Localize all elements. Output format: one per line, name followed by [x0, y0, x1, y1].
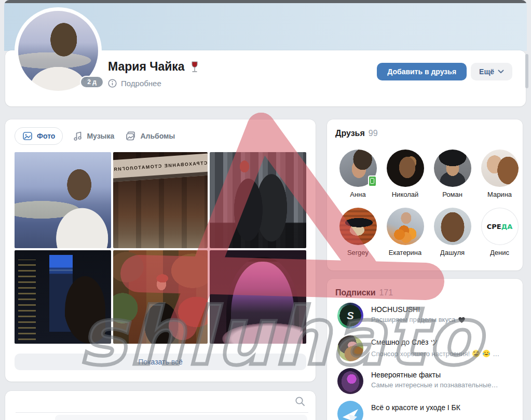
community-subtitle-text: Спонсор хорошего настроения!	[371, 350, 470, 358]
add-friend-button[interactable]: Добавить в друзья	[377, 63, 467, 80]
photo-woman-figure	[140, 273, 183, 344]
content-tabs: Фото Музыка Альбомы	[15, 127, 176, 145]
friend-avatar	[481, 150, 519, 187]
friend-sergey[interactable]: Sergey	[334, 208, 382, 256]
subscription-text: Невероятные факты Самые интересные и поз…	[371, 368, 498, 389]
albums-icon	[126, 131, 136, 141]
online-mobile-icon	[368, 175, 377, 187]
more-button[interactable]: Ещё	[471, 63, 512, 80]
photo-city-windows	[18, 260, 35, 340]
photo-sign-strip: СТРАХОВАНИЕ СТОМАТОЛОГИЯ	[113, 153, 208, 182]
community-title: Смешно до Слёз ツ	[371, 338, 499, 347]
tab-music[interactable]: Музыка	[72, 128, 115, 144]
community-subtitle: Спонсор хорошего настроения!	[371, 349, 499, 358]
friend-avatar	[339, 208, 377, 245]
page-title: Мария Чайка	[108, 60, 200, 74]
photo-lake-sunset[interactable]	[15, 152, 111, 248]
more-label: Ещё	[479, 67, 494, 76]
friend-anna[interactable]: Анна	[334, 150, 382, 198]
profile-header-card: 2 д Мария Чайка Подробнее	[5, 50, 526, 106]
chevron-down-icon	[498, 70, 504, 74]
wall-search-input[interactable]	[16, 394, 288, 410]
subscription-neveroyatnye-fakty[interactable]: Невероятные факты Самые интересные и поз…	[337, 368, 516, 394]
friend-dashulya[interactable]: Дашуля	[429, 208, 476, 256]
photo-colorful-room[interactable]	[113, 250, 208, 344]
friend-denis[interactable]: СРЕДА Денис	[476, 208, 523, 256]
info-icon	[108, 79, 117, 88]
friends-header[interactable]: Друзья99	[335, 129, 378, 138]
tab-albums-label: Альбомы	[140, 132, 175, 140]
tab-albums[interactable]: Альбомы	[125, 128, 176, 144]
subscriptions-header[interactable]: Подписки171	[335, 288, 393, 297]
friend-nikolay[interactable]: Николай	[382, 150, 429, 198]
community-title: HOCHUSUSHI	[371, 305, 466, 314]
wall-search-row	[5, 391, 316, 412]
community-logo-letter: S	[347, 310, 353, 321]
friend-avatar	[434, 208, 471, 245]
friend-ekaterina[interactable]: Екатерина	[382, 208, 429, 256]
header-actions: Добавить в друзья Ещё	[377, 63, 512, 80]
friend-name: Sergey	[347, 249, 369, 256]
music-icon	[73, 131, 83, 141]
friend-marina[interactable]: Марина	[476, 150, 523, 198]
subtitle-ellipsis: …	[493, 350, 499, 358]
friends-card: Друзья99 Анна Николай Роман Марина	[327, 119, 523, 270]
subscription-text: HOCHUSUSHI Расширяем пределы вкуса	[371, 303, 466, 323]
wall-next-row	[55, 415, 307, 420]
laughing-emoji	[472, 349, 480, 358]
community-avatar	[337, 368, 363, 394]
details-label: Подробнее	[121, 79, 161, 88]
photo-grid: СТРАХОВАНИЕ СТОМАТОЛОГИЯ	[15, 152, 306, 344]
friend-name: Марина	[487, 191, 512, 198]
scrollbar-thumb[interactable]	[525, 54, 528, 88]
show-all-button[interactable]: Показать всё	[15, 354, 306, 370]
profile-name: Мария Чайка	[108, 60, 185, 74]
friend-name: Дашуля	[440, 249, 465, 256]
photo-night-city[interactable]	[15, 250, 111, 344]
friend-name: Екатерина	[389, 249, 422, 256]
friend-roman[interactable]: Роман	[429, 150, 476, 198]
friends-count: 99	[369, 129, 378, 138]
black-heart-emoji	[458, 316, 466, 323]
photos-card: Фото Музыка Альбомы	[5, 119, 316, 382]
friend-name: Николай	[392, 191, 419, 198]
community-title: Всё о красоте и уходе I БК	[371, 403, 460, 412]
tab-photos-label: Фото	[37, 132, 55, 140]
photo-sign-text: СТРАХОВАНИЕ СТОМАТОЛОГИЯ	[113, 160, 208, 172]
wall-divider	[16, 412, 308, 413]
subscription-text: Всё о красоте и уходе I БК	[371, 401, 460, 414]
profile-details-link[interactable]: Подробнее	[108, 79, 200, 88]
friends-title: Друзья	[335, 129, 365, 138]
friend-avatar	[434, 150, 471, 187]
subscriptions-list: S HOCHUSUSHI Расширяем пределы вкуса Сме…	[337, 303, 516, 420]
photo-night-building[interactable]: СТРАХОВАНИЕ СТОМАТОЛОГИЯ	[113, 152, 208, 248]
community-subtitle: Расширяем пределы вкуса	[371, 316, 466, 323]
story-badge[interactable]: 2 д	[80, 76, 104, 88]
community-subtitle-text: Самые интересные и познавательные…	[371, 381, 498, 389]
subscriptions-title: Подписки	[335, 288, 375, 297]
subscription-smeshno-do-slez[interactable]: Смешно до Слёз ツ Спонсор хорошего настро…	[337, 335, 516, 361]
tab-music-label: Музыка	[87, 132, 114, 140]
community-subtitle: Самые интересные и познавательные…	[371, 381, 498, 389]
subscription-hochusushi[interactable]: S HOCHUSUSHI Расширяем пределы вкуса	[337, 303, 516, 329]
subscriptions-card: Подписки171 S HOCHUSUSHI Расширяем преде…	[327, 279, 523, 420]
subscription-vse-o-krasote[interactable]: Всё о красоте и уходе I БК	[337, 401, 516, 420]
friends-grid: Анна Николай Роман Марина Sergey Екатери…	[334, 150, 523, 256]
search-icon[interactable]	[295, 396, 305, 407]
photo-elevator-selfie[interactable]	[210, 152, 306, 248]
sreda-text-green: ДА	[501, 223, 513, 231]
community-title: Невероятные факты	[371, 371, 498, 379]
sreda-text-black: СРЕ	[487, 223, 501, 231]
subscriptions-count: 171	[379, 288, 393, 297]
friend-name: Анна	[350, 191, 365, 198]
friend-name: Роман	[442, 191, 462, 198]
profile-avatar[interactable]: 2 д	[15, 7, 102, 94]
tab-photos[interactable]: Фото	[15, 127, 63, 145]
friend-avatar	[387, 150, 424, 187]
photo-tent-blanket	[220, 319, 303, 344]
photo-silhouette	[65, 276, 105, 344]
friend-avatar	[387, 208, 424, 245]
photo-icon	[22, 131, 33, 141]
photo-tent-sunset[interactable]	[210, 250, 306, 344]
vk-profile-page: 2 д Мария Чайка Подробнее	[0, 0, 531, 420]
